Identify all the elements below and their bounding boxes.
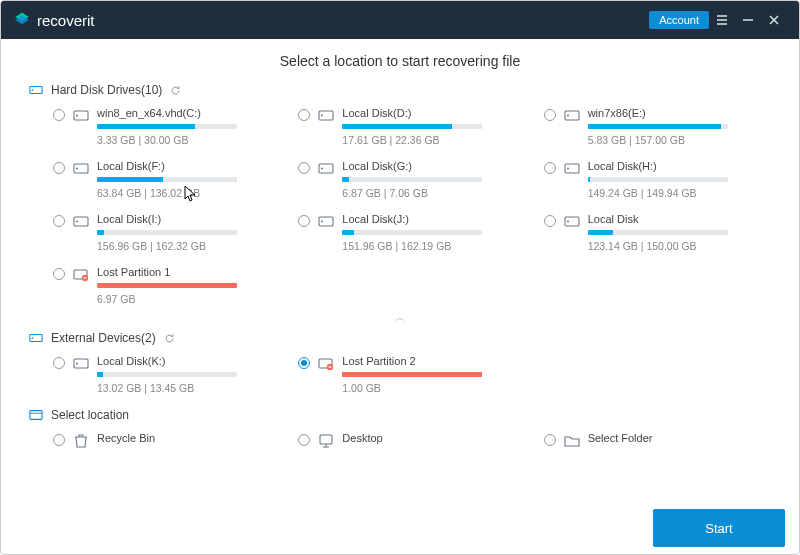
- usage-bar: [342, 230, 482, 235]
- drive-icon: [564, 214, 580, 230]
- drive-name: Local Disk(H:): [588, 160, 771, 172]
- svg-rect-29: [320, 435, 332, 444]
- drive-item[interactable]: win8_en_x64.vhd(C:) 3.33 GB | 30.00 GB: [53, 107, 280, 146]
- svg-point-23: [32, 337, 34, 339]
- collapse-toggle[interactable]: ︿: [29, 311, 771, 325]
- drive-name: Local Disk(D:): [342, 107, 525, 119]
- logo-icon: [13, 11, 31, 29]
- usage-bar: [588, 230, 728, 235]
- menu-button[interactable]: [709, 7, 735, 33]
- drive-item[interactable]: Desktop: [298, 432, 525, 449]
- drive-size: 17.61 GB | 22.36 GB: [342, 134, 525, 146]
- drive-size: 156.96 GB | 162.32 GB: [97, 240, 280, 252]
- drive-item[interactable]: Local Disk(I:) 156.96 GB | 162.32 GB: [53, 213, 280, 252]
- external-icon: [29, 331, 43, 345]
- drive-item[interactable]: Recycle Bin: [53, 432, 280, 449]
- drive-name: Lost Partition 1: [97, 266, 280, 278]
- drive-icon: [318, 161, 334, 177]
- drive-radio[interactable]: [298, 162, 310, 174]
- start-button[interactable]: Start: [653, 509, 785, 547]
- usage-bar: [588, 177, 728, 182]
- drive-size: 1.00 GB: [342, 382, 525, 394]
- usage-bar: [97, 283, 237, 288]
- drive-item[interactable]: Lost Partition 2 1.00 GB: [298, 355, 525, 394]
- drive-radio[interactable]: [298, 215, 310, 227]
- drive-radio[interactable]: [53, 357, 65, 369]
- drive-radio[interactable]: [544, 109, 556, 121]
- section-hdd: Hard Disk Drives(10): [29, 83, 771, 97]
- svg-point-3: [76, 115, 78, 117]
- drive-item[interactable]: win7x86(E:) 5.83 GB | 157.00 GB: [544, 107, 771, 146]
- drive-size: 151.96 GB | 162.19 GB: [342, 240, 525, 252]
- section-ext-label: External Devices(2): [51, 331, 156, 345]
- drive-radio[interactable]: [298, 357, 310, 369]
- drive-item[interactable]: Local Disk(G:) 6.87 GB | 7.06 GB: [298, 160, 525, 199]
- drive-radio[interactable]: [53, 268, 65, 280]
- drive-name: Local Disk(F:): [97, 160, 280, 172]
- drive-item[interactable]: Local Disk(D:) 17.61 GB | 22.36 GB: [298, 107, 525, 146]
- drive-radio[interactable]: [53, 434, 65, 446]
- drive-radio[interactable]: [298, 434, 310, 446]
- ext-grid: Local Disk(K:) 13.02 GB | 13.45 GB Lost …: [29, 355, 771, 394]
- drive-icon: [73, 356, 89, 372]
- drive-radio[interactable]: [53, 162, 65, 174]
- refresh-icon[interactable]: [164, 333, 175, 344]
- drive-name: Lost Partition 2: [342, 355, 525, 367]
- svg-point-1: [32, 89, 34, 91]
- drive-size: 63.84 GB | 136.02 GB: [97, 187, 280, 199]
- svg-point-7: [567, 115, 569, 117]
- usage-bar: [97, 230, 237, 235]
- usage-bar: [97, 124, 237, 129]
- minimize-button[interactable]: [735, 7, 761, 33]
- refresh-icon[interactable]: [170, 85, 181, 96]
- svg-point-13: [567, 168, 569, 170]
- drive-size: 3.33 GB | 30.00 GB: [97, 134, 280, 146]
- section-loc-label: Select location: [51, 408, 129, 422]
- footer: Start: [1, 502, 799, 554]
- usage-bar: [97, 372, 237, 377]
- drive-icon: [564, 108, 580, 124]
- drive-icon: [564, 161, 580, 177]
- drive-name: Select Folder: [588, 432, 771, 444]
- drive-size: 149.24 GB | 149.94 GB: [588, 187, 771, 199]
- drive-radio[interactable]: [53, 215, 65, 227]
- drive-icon: [318, 356, 334, 372]
- svg-point-5: [321, 115, 323, 117]
- drive-item[interactable]: Local Disk(H:) 149.24 GB | 149.94 GB: [544, 160, 771, 199]
- main-content: Select a location to start recovering fi…: [1, 39, 799, 502]
- drive-item[interactable]: Local Disk(K:) 13.02 GB | 13.45 GB: [53, 355, 280, 394]
- drive-name: win8_en_x64.vhd(C:): [97, 107, 280, 119]
- drive-name: Local Disk(I:): [97, 213, 280, 225]
- svg-point-11: [321, 168, 323, 170]
- drive-name: Recycle Bin: [97, 432, 280, 444]
- drive-item[interactable]: Lost Partition 1 6.97 GB: [53, 266, 280, 305]
- section-ext: External Devices(2): [29, 331, 771, 345]
- drive-item[interactable]: Local Disk(F:) 63.84 GB | 136.02 GB: [53, 160, 280, 199]
- drive-icon: [73, 108, 89, 124]
- drive-radio[interactable]: [53, 109, 65, 121]
- svg-point-25: [76, 363, 78, 365]
- loc-grid: Recycle Bin Desktop Select Folder: [29, 432, 771, 449]
- drive-icon: [73, 161, 89, 177]
- drive-item[interactable]: Local Disk(J:) 151.96 GB | 162.19 GB: [298, 213, 525, 252]
- drive-icon: [73, 214, 89, 230]
- svg-point-9: [76, 168, 78, 170]
- drive-radio[interactable]: [544, 434, 556, 446]
- close-button[interactable]: [761, 7, 787, 33]
- drive-item[interactable]: Select Folder: [544, 432, 771, 449]
- usage-bar: [342, 124, 482, 129]
- drive-item[interactable]: Local Disk 123.14 GB | 150.00 GB: [544, 213, 771, 252]
- drive-radio[interactable]: [298, 109, 310, 121]
- drive-size: 13.02 GB | 13.45 GB: [97, 382, 280, 394]
- drive-radio[interactable]: [544, 215, 556, 227]
- drive-icon: [318, 433, 334, 449]
- svg-point-17: [321, 221, 323, 223]
- svg-point-15: [76, 221, 78, 223]
- svg-rect-28: [30, 411, 42, 420]
- svg-point-19: [567, 221, 569, 223]
- app-logo: recoverit: [13, 11, 95, 29]
- account-button[interactable]: Account: [649, 11, 709, 29]
- drive-name: Local Disk(G:): [342, 160, 525, 172]
- drive-icon: [564, 433, 580, 449]
- drive-radio[interactable]: [544, 162, 556, 174]
